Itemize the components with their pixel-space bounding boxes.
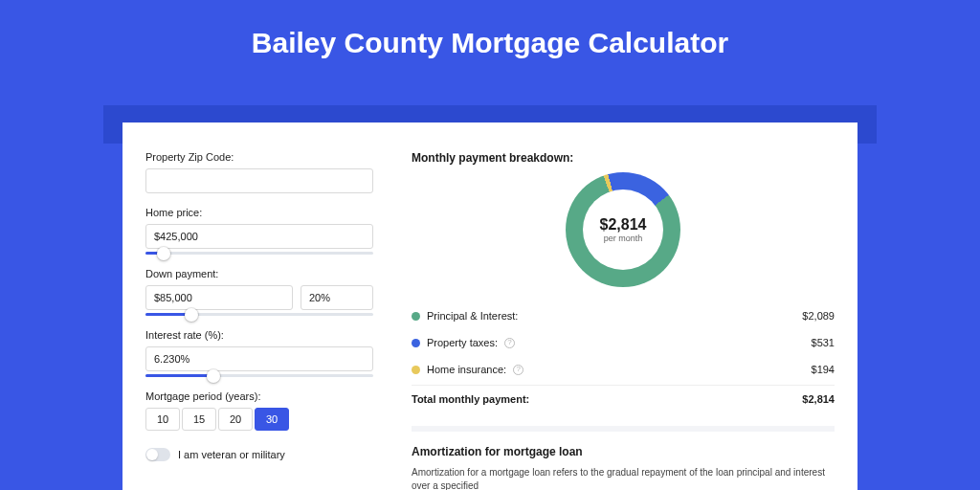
- period-option-10[interactable]: 10: [145, 408, 180, 431]
- donut-amount: $2,814: [600, 216, 647, 234]
- zip-label: Property Zip Code:: [145, 151, 389, 163]
- amortization-section: Amortization for mortgage loan Amortizat…: [412, 426, 835, 490]
- donut-chart: $2,814 per month: [566, 172, 680, 287]
- breakdown-value-taxes: $531: [812, 337, 835, 348]
- breakdown-row-total: Total monthly payment: $2,814: [412, 385, 835, 412]
- home-price-input[interactable]: [145, 224, 373, 249]
- calculator-card: Property Zip Code: Home price: Down paym…: [122, 122, 858, 490]
- home-price-slider[interactable]: [145, 252, 373, 255]
- veteran-label: I am veteran or military: [178, 449, 285, 460]
- help-icon[interactable]: ?: [513, 365, 523, 375]
- page-title: Bailey County Mortgage Calculator: [0, 0, 980, 77]
- veteran-row: I am veteran or military: [145, 448, 389, 461]
- breakdown-label-taxes: Property taxes:: [427, 337, 498, 348]
- breakdown-panel: Monthly payment breakdown: $2,814 per mo…: [389, 122, 858, 490]
- period-option-30[interactable]: 30: [255, 408, 289, 431]
- period-option-20[interactable]: 20: [218, 408, 253, 431]
- veteran-toggle[interactable]: [145, 448, 170, 461]
- mortgage-period-segmented: 10 15 20 30: [145, 408, 373, 431]
- down-payment-field: Down payment:: [145, 268, 389, 316]
- home-price-label: Home price:: [145, 207, 389, 218]
- interest-rate-slider[interactable]: [145, 374, 373, 377]
- breakdown-title: Monthly payment breakdown:: [412, 151, 835, 165]
- swatch-insurance: [412, 366, 420, 374]
- mortgage-period-field: Mortgage period (years): 10 15 20 30: [145, 390, 389, 431]
- swatch-principal: [412, 312, 420, 321]
- down-payment-slider[interactable]: [145, 313, 373, 316]
- down-payment-pct-input[interactable]: [301, 285, 373, 310]
- donut-center: $2,814 per month: [583, 189, 663, 270]
- breakdown-row-insurance: Home insurance: ? $194: [412, 356, 835, 383]
- down-payment-amount-input[interactable]: [145, 285, 293, 310]
- donut-wrap: $2,814 per month: [412, 172, 835, 287]
- breakdown-row-principal: Principal & Interest: $2,089: [412, 302, 835, 329]
- veteran-toggle-knob: [146, 449, 158, 460]
- breakdown-value-principal: $2,089: [802, 310, 835, 322]
- down-payment-slider-knob[interactable]: [185, 308, 198, 322]
- mortgage-period-label: Mortgage period (years):: [145, 390, 389, 402]
- interest-rate-label: Interest rate (%):: [145, 329, 389, 341]
- breakdown-label-insurance: Home insurance:: [427, 364, 506, 375]
- amortization-title: Amortization for mortgage loan: [412, 445, 835, 458]
- home-price-slider-knob[interactable]: [157, 247, 170, 260]
- interest-rate-field: Interest rate (%):: [145, 329, 389, 377]
- home-price-field: Home price:: [145, 207, 389, 255]
- breakdown-value-insurance: $194: [812, 364, 835, 375]
- down-payment-label: Down payment:: [145, 268, 389, 279]
- interest-rate-input[interactable]: [145, 346, 373, 371]
- help-icon[interactable]: ?: [504, 338, 515, 348]
- breakdown-total-value: $2,814: [802, 393, 835, 405]
- breakdown-total-label: Total monthly payment:: [412, 393, 529, 405]
- interest-rate-slider-fill: [145, 374, 213, 377]
- form-panel: Property Zip Code: Home price: Down paym…: [122, 122, 389, 490]
- amortization-body: Amortization for a mortgage loan refers …: [412, 466, 835, 490]
- interest-rate-slider-knob[interactable]: [207, 369, 220, 383]
- period-option-15[interactable]: 15: [182, 408, 216, 431]
- zip-field: Property Zip Code:: [145, 151, 389, 193]
- swatch-taxes: [412, 339, 420, 347]
- breakdown-row-taxes: Property taxes: ? $531: [412, 329, 835, 356]
- zip-input[interactable]: [145, 168, 373, 193]
- donut-sub: per month: [604, 234, 643, 243]
- breakdown-label-principal: Principal & Interest:: [427, 310, 518, 322]
